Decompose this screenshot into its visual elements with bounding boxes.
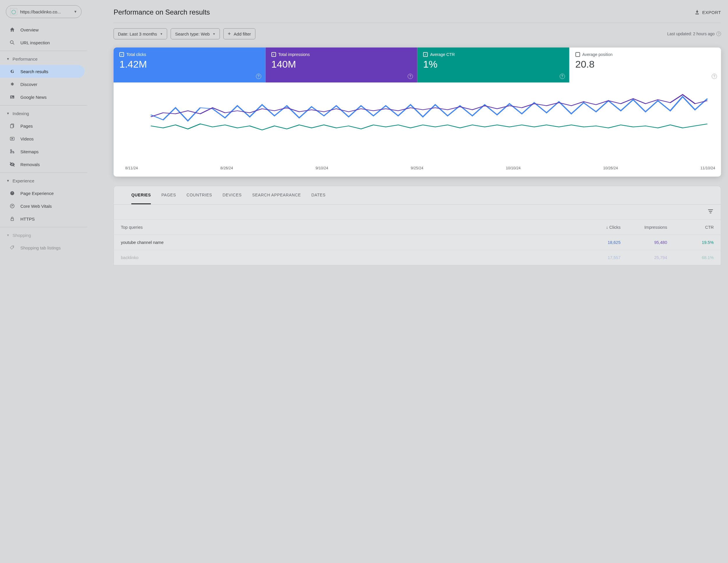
sidebar-section-indexing[interactable]: ▼ Indexing: [0, 107, 87, 119]
sidebar-item-label: HTTPS: [20, 216, 35, 221]
x-tick-label: 8/11/24: [125, 166, 138, 170]
chevron-down-icon: ▼: [6, 112, 10, 115]
sidebar-item-label: Shopping tab listings: [20, 245, 61, 250]
tag-icon: [9, 245, 15, 250]
search-type-chip[interactable]: Search type: Web ▼: [171, 28, 220, 39]
pages-icon: [9, 123, 15, 129]
sidebar-item-url-inspection[interactable]: URL inspection: [0, 36, 87, 49]
chip-label: Add filter: [234, 31, 251, 36]
tab-pages[interactable]: PAGES: [161, 186, 176, 204]
sidebar-item-label: Discover: [20, 82, 37, 87]
svg-line-1: [13, 43, 14, 45]
svg-point-13: [10, 191, 14, 195]
checkbox-icon: [119, 52, 124, 57]
property-selector[interactable]: ◯ https://backlinko.co... ▼: [6, 5, 82, 18]
sidebar-item-label: Google News: [20, 95, 47, 100]
table-body: youtube channel name18,62595,48019.5%bac…: [114, 234, 357, 265]
home-icon: [9, 27, 15, 33]
svg-rect-7: [10, 125, 13, 128]
news-icon: [9, 94, 15, 100]
sidebar-item-page-experience[interactable]: Page Experience: [0, 187, 87, 199]
google-icon: G: [9, 68, 15, 74]
sidebar-item-search-results[interactable]: G Search results: [0, 65, 84, 78]
sitemap-icon: [9, 149, 15, 154]
tab-queries[interactable]: QUERIES: [131, 186, 151, 204]
tab-search-appearance[interactable]: SEARCH APPEARANCE: [252, 186, 301, 204]
line-chart-svg: [119, 85, 357, 142]
table-tabs: QUERIESPAGESCOUNTRIESDEVICESSEARCH APPEA…: [114, 186, 357, 204]
page-title: Performance on Search results: [114, 8, 210, 16]
sidebar-item-core-web-vitals[interactable]: Core Web Vitals: [0, 199, 87, 212]
metric-tile-clicks[interactable]: Total clicks 1.42M ?: [114, 47, 266, 82]
checkbox-icon: [271, 52, 276, 57]
date-filter-chip[interactable]: Date: Last 3 months ▼: [114, 28, 167, 39]
x-tick-label: 8/26/24: [220, 166, 233, 170]
table-toolbar: [114, 204, 357, 219]
filter-row: Date: Last 3 months ▼ Search type: Web ▼…: [114, 23, 357, 45]
metric-value: 140M: [271, 59, 357, 70]
sidebar-item-https[interactable]: HTTPS: [0, 212, 87, 225]
vitals-icon: [9, 203, 15, 209]
tab-dates[interactable]: DATES: [311, 186, 326, 204]
table-row[interactable]: backlinko17,55725,79468.1%: [114, 250, 357, 265]
svg-rect-3: [11, 96, 13, 97]
chevron-down-icon: ▼: [6, 179, 10, 182]
sidebar-item-label: Overview: [20, 27, 39, 32]
sidebar-section-experience[interactable]: ▼ Experience: [0, 174, 87, 187]
sidebar-item-google-news[interactable]: Google News: [0, 91, 87, 103]
cell-query: backlinko: [121, 255, 357, 260]
svg-rect-10: [10, 152, 12, 153]
section-label: Indexing: [13, 111, 29, 116]
column-header-query[interactable]: Top queries: [121, 225, 357, 229]
sidebar-item-shopping-tab[interactable]: Shopping tab listings: [0, 241, 87, 254]
metric-value: 1.42M: [119, 59, 259, 70]
sidebar-item-discover[interactable]: ✱ Discover: [0, 78, 87, 91]
svg-rect-9: [10, 149, 12, 151]
sidebar-item-pages[interactable]: Pages: [0, 119, 87, 132]
tab-devices[interactable]: DEVICES: [222, 186, 242, 204]
table-header-row: Top queries ↓Clicks Impressions CTR: [114, 219, 357, 234]
discover-icon: ✱: [9, 81, 15, 87]
svg-rect-15: [11, 218, 14, 220]
removals-icon: [9, 161, 15, 167]
divider: [0, 172, 87, 173]
chevron-down-icon: ▼: [160, 32, 163, 36]
chip-label: Date: Last 3 months: [118, 31, 157, 36]
svg-point-0: [10, 40, 13, 43]
add-filter-chip[interactable]: + Add filter: [223, 28, 255, 39]
sidebar: ◯ https://backlinko.co... ▼ Overview URL…: [0, 0, 87, 276]
sidebar-item-label: Pages: [20, 123, 33, 128]
metric-tile-impressions[interactable]: Total impressions 140M ?: [266, 47, 357, 82]
sidebar-item-label: Sitemaps: [20, 149, 39, 154]
main-content: Performance on Search results EXPORT Dat…: [87, 0, 357, 276]
search-icon: [9, 40, 15, 45]
sidebar-item-label: Core Web Vitals: [20, 204, 52, 209]
svg-point-16: [13, 246, 13, 247]
x-tick-label: 9/10/24: [316, 166, 328, 170]
sidebar-section-performance[interactable]: ▼ Performance: [0, 53, 87, 65]
sidebar-section-shopping[interactable]: ▼ Shopping: [0, 229, 87, 241]
table-row[interactable]: youtube channel name18,62595,48019.5%: [114, 234, 357, 250]
svg-rect-4: [11, 97, 14, 98]
chart-x-axis: 8/11/248/26/249/10/249/25/2410/10/2410/2…: [114, 160, 357, 176]
video-icon: [9, 136, 15, 142]
queries-table-card: QUERIESPAGESCOUNTRIESDEVICESSEARCH APPEA…: [114, 186, 357, 265]
metrics-card: Total clicks 1.42M ? Total impressions 1…: [114, 47, 357, 176]
sidebar-item-overview[interactable]: Overview: [0, 23, 87, 36]
chevron-down-icon: ▼: [74, 10, 77, 14]
sidebar-item-sitemaps[interactable]: Sitemaps: [0, 145, 87, 158]
sidebar-item-label: URL inspection: [20, 40, 50, 45]
divider: [0, 105, 87, 105]
metric-label: Total clicks: [126, 52, 146, 57]
tab-countries[interactable]: COUNTRIES: [186, 186, 212, 204]
chevron-down-icon: ▼: [6, 57, 10, 61]
sidebar-item-label: Removals: [20, 162, 40, 167]
divider: [0, 51, 87, 51]
lock-icon: [9, 216, 15, 222]
svg-rect-11: [13, 152, 14, 153]
help-icon[interactable]: ?: [256, 74, 261, 79]
sidebar-item-videos[interactable]: Videos: [0, 132, 87, 145]
section-label: Experience: [13, 178, 34, 183]
performance-chart: [114, 82, 357, 160]
sidebar-item-removals[interactable]: Removals: [0, 158, 87, 171]
